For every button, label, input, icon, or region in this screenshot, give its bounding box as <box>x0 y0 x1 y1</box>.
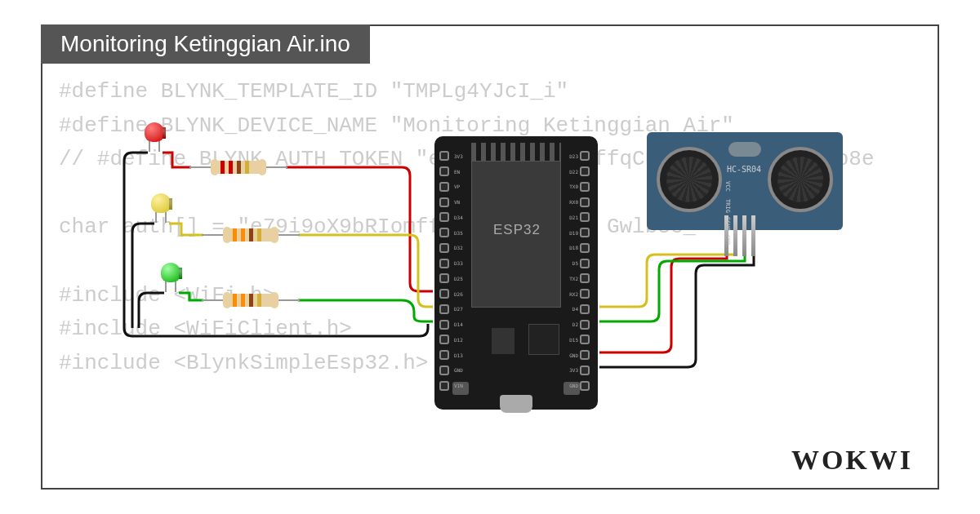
file-title-tab: Monitoring Ketinggian Air.ino <box>41 24 370 64</box>
esp32-en-button[interactable] <box>452 382 469 395</box>
esp32-boot-button[interactable] <box>564 382 580 395</box>
project-card: Monitoring Ketinggian Air.ino #define BL… <box>41 24 939 490</box>
esp32-usb-port <box>500 395 532 413</box>
code-preview: #define BLYNK_TEMPLATE_ID "TMPLg4YJcI_i"… <box>59 75 921 380</box>
file-title: Monitoring Ketinggian Air.ino <box>60 31 350 56</box>
wokwi-logo: WOKWI <box>791 445 913 476</box>
